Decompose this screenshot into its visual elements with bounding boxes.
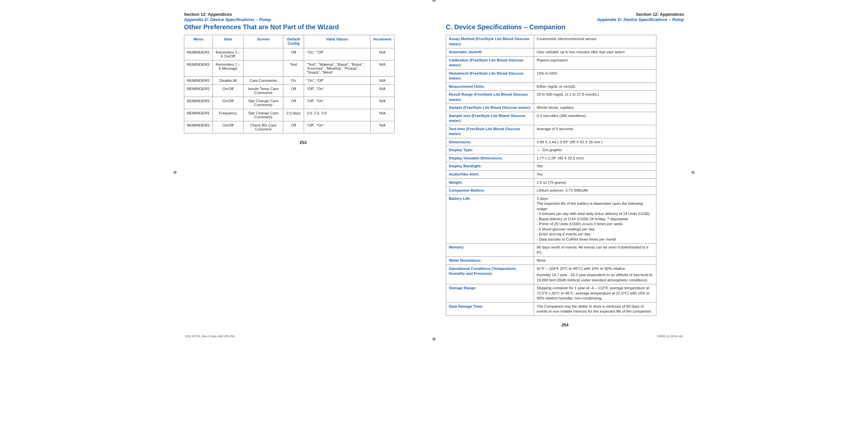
- section-label: Section 12: Appendices: [636, 12, 684, 17]
- cell: REMINDERS: [184, 48, 213, 60]
- spec-value: Plasma equivalent: [534, 56, 656, 69]
- page-title: C. Device Specifications – Companion: [446, 23, 684, 31]
- table-row: REMINDERSFrequencySite Change Care Comme…: [184, 109, 395, 121]
- spec-label: Assay Method (FreeStyle Lite Blood Gluco…: [446, 35, 534, 48]
- cell: 2.0, 2.5, 3.0: [304, 109, 371, 121]
- spec-value: Lithium polymer, 3.7V 690mAh: [534, 187, 656, 195]
- spec-value: Average of 5 seconds: [534, 125, 656, 138]
- spec-value: 3 daysThe expected life of the battery i…: [534, 195, 656, 244]
- table-row: REMINDERSReminders 1 – 6 MessageTest“Tes…: [184, 60, 395, 76]
- spec-label: Display Type:: [446, 146, 534, 154]
- page-left: Section 12: Appendices Appendix D: Devic…: [184, 12, 422, 328]
- spec-label: Hematocrit (FreeStyle Lite Blood Glucose…: [446, 69, 534, 82]
- cell: Site Change Care Comments: [243, 109, 283, 121]
- spec-label: Calibration (FreeStyle Lite Blood Glucos…: [446, 56, 534, 69]
- spec-value: 15% to 65%: [534, 69, 656, 82]
- spec-value: User settable up to two minutes after la…: [534, 48, 656, 57]
- spec-table: Assay Method (FreeStyle Lite Blood Gluco…: [446, 35, 656, 316]
- spec-label: Measurement Units:: [446, 82, 534, 91]
- spec-value: 1.77 x 1.28” (45 X 32.5 mm): [534, 154, 656, 162]
- spec-value: Dot graphic: [534, 146, 656, 154]
- spec-label: Storage Range: [446, 284, 534, 303]
- registration-mark-icon: ⊕: [432, 337, 436, 341]
- table-row: Calibration (FreeStyle Lite Blood Glucos…: [446, 56, 656, 69]
- cell: Reminders 1 – 6 Message: [213, 60, 243, 76]
- cell: N/A: [371, 121, 395, 133]
- cell: REMINDERS: [184, 60, 213, 76]
- table-row: Water Resistance:None: [446, 257, 656, 265]
- cell: “Off”, “On”: [304, 121, 371, 133]
- preferences-table: Menu Item Screen Default Config Valid Va…: [184, 35, 395, 133]
- cell: N/A: [371, 84, 395, 97]
- spec-label: Sample size (FreeStyle Lite Blood Glucos…: [446, 112, 534, 125]
- cell: REMINDERS: [184, 121, 213, 133]
- table-row: Assay Method (FreeStyle Lite Blood Gluco…: [446, 35, 656, 48]
- table-row: Memory:90 days worth of events. All even…: [446, 244, 656, 257]
- page-right: Section 12: Appendices Appendix D: Devic…: [446, 12, 684, 328]
- section-label: Section 12: Appendices: [184, 12, 232, 17]
- spec-label: Weight:: [446, 178, 534, 187]
- print-sheet: ⊕ ⊕ ⊕ ⊕ Section 12: Appendices Appendix …: [175, 0, 693, 344]
- table-row: Measurement Units:Either mg/dL or mmol/L: [446, 82, 656, 91]
- cell: Off: [283, 84, 304, 97]
- running-head-right: Section 12: Appendices Appendix D: Devic…: [446, 12, 684, 22]
- spec-value: Yes: [534, 170, 656, 178]
- spec-value: 41°F – 104°F (5°C to 40°C) with 10% to 9…: [534, 265, 656, 284]
- value-line: - Prime of 20 Units (U100) occurs 3 time…: [537, 221, 653, 227]
- spec-value: Coulometric electrochemical sensor: [534, 35, 656, 48]
- cell: Care Comments: [243, 76, 283, 84]
- appendix-label: Appendix D: Device Specifications – Pump: [446, 17, 684, 22]
- table-row: Audio/Vibe Alert:Yes: [446, 170, 656, 178]
- cell: Off: [283, 121, 304, 133]
- value-line: - Basal delivery of 1U/h (U100) 24 hr/da…: [537, 217, 653, 222]
- table-row: Battery Life:3 daysThe expected life of …: [446, 195, 656, 244]
- col-default: Default Config: [283, 35, 304, 48]
- cell: N/A: [371, 60, 395, 76]
- table-row: Companion Battery:Lithium polymer, 3.7V …: [446, 187, 656, 195]
- table-row: Display Type:Dot graphic: [446, 146, 656, 154]
- cell: “On”, “Off”: [304, 76, 371, 84]
- table-row: Automatic shutoff:User settable up to tw…: [446, 48, 656, 57]
- value-line: - 5 blood glucose readings per day: [537, 227, 653, 232]
- cell: REMINDERS: [184, 84, 213, 97]
- table-row: REMINDERSOn/OffSite Change Care Comments…: [184, 97, 395, 109]
- cell: Off: [283, 48, 304, 60]
- col-menu: Menu: [184, 35, 213, 48]
- col-valid: Valid Values: [304, 35, 371, 48]
- spec-label: Dimensions:: [446, 138, 534, 146]
- value-line: - Enter and log 8 events per day: [537, 232, 653, 237]
- appendix-label: Appendix D: Device Specifications – Pump: [184, 17, 422, 22]
- cell: N/A: [371, 109, 395, 121]
- table-row: Data Storage Time:The Companion has the …: [446, 302, 656, 315]
- cell: Check BG Care Comment: [243, 121, 283, 133]
- value-line: 41°F – 104°F (5°C to 40°C) with 10% to 9…: [537, 266, 653, 272]
- spec-value: 90 days worth of events. All events can …: [534, 244, 656, 257]
- page-number-right: 254: [446, 322, 684, 328]
- cell: Disable All: [213, 76, 243, 84]
- table-row: REMINDERSOn/OffInsulin Temp Care Comment…: [184, 84, 395, 97]
- cell: “Off”, “On”: [304, 84, 371, 97]
- spec-label: Operational Conditions (Temperature, Hum…: [446, 265, 534, 284]
- spec-label: Battery Life:: [446, 195, 534, 244]
- table-row: REMINDERSDisable AllCare CommentsOn“On”,…: [184, 76, 395, 84]
- spec-value: 20 to 500 mg/dL (1.1 to 27.8 mmol/L): [534, 91, 656, 104]
- table-row: Test time (FreeStyle Lite Blood Glucose …: [446, 125, 656, 138]
- cell: Frequency: [213, 109, 243, 121]
- table-row: Sample (FreeStyle Lite Blood Glucose met…: [446, 104, 656, 112]
- cell: On: [283, 76, 304, 84]
- cell: REMINDERS: [184, 76, 213, 84]
- spec-value: The Companion has the ability to store a…: [534, 302, 656, 315]
- spec-label: Result Range (FreeStyle Lite Blood Gluco…: [446, 91, 534, 104]
- footer-stamp: 2/9/09 11:29:56 AM: [657, 335, 683, 338]
- value-line: - Data transfer to CoPilot three times p…: [537, 237, 653, 242]
- spec-value: 2.6 oz (75 grams): [534, 178, 656, 187]
- running-head-left: Section 12: Appendices Appendix D: Devic…: [184, 12, 422, 22]
- spec-label: Display Backlight:: [446, 162, 534, 171]
- spec-value: Whole blood, capillary: [534, 104, 656, 112]
- footer-file: DOC15736_Rev-A-Man.indd 253-254: [185, 335, 235, 338]
- cell: “Test”, “Wakeup”, “Basal”, “Bolus”, “Exe…: [304, 60, 371, 76]
- cell: 2.0 days: [283, 109, 304, 121]
- cell: Insulin Temp Care Comments: [243, 84, 283, 97]
- page-title: Other Preferences That are Not Part of t…: [184, 23, 422, 31]
- spec-label: Test time (FreeStyle Lite Blood Glucose …: [446, 125, 534, 138]
